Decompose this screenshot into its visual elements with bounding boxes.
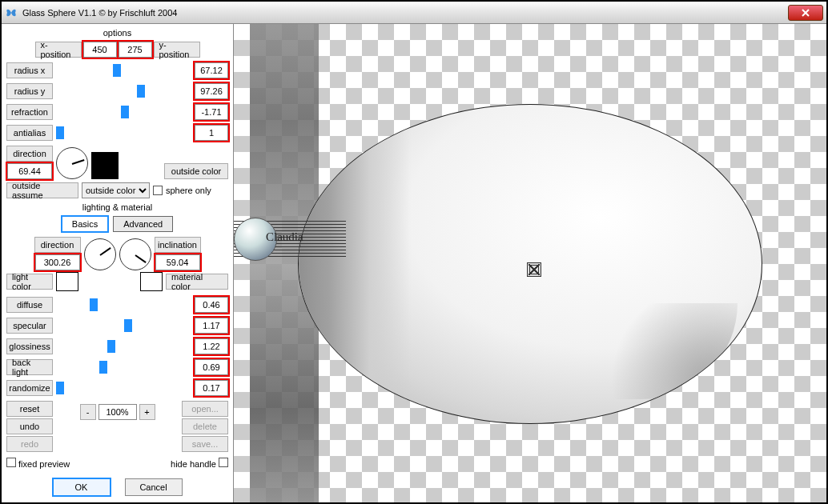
ok-button[interactable]: OK	[53, 478, 111, 496]
refraction-value[interactable]: -1.71	[195, 104, 228, 120]
outside-assume-select[interactable]: outside color	[82, 182, 150, 198]
direction-dial[interactable]	[56, 147, 88, 179]
x-position-button[interactable]: x-position	[35, 42, 82, 58]
delete-button[interactable]: delete	[182, 418, 228, 434]
sphere-only-label: sphere only	[166, 186, 211, 195]
radius-y-slider[interactable]	[56, 84, 191, 98]
radius-y-button[interactable]: radius y	[6, 83, 53, 99]
titlebar: Glass Sphere V1.1 © by Frischluft 2004	[2, 2, 826, 24]
watermark: Claudia	[234, 216, 346, 262]
specular-button[interactable]: specular	[6, 318, 53, 334]
back-light-button[interactable]: back light	[6, 359, 53, 375]
randomize-value[interactable]: 0.17	[195, 380, 228, 396]
open-button[interactable]: open...	[182, 401, 228, 417]
watermark-text: Claudia	[266, 230, 303, 244]
redo-button[interactable]: redo	[6, 436, 53, 452]
zoom-in-button[interactable]: +	[139, 404, 155, 420]
specular-slider[interactable]	[56, 318, 191, 333]
light-color-button[interactable]: light color	[6, 274, 53, 290]
radius-x-button[interactable]: radius x	[6, 62, 53, 78]
light-inclination-button[interactable]: inclination	[155, 237, 201, 253]
material-color-button[interactable]: material color	[166, 274, 228, 290]
randomize-button[interactable]: randomize	[6, 380, 53, 396]
back-light-value[interactable]: 0.69	[195, 359, 228, 375]
light-color-swatch[interactable]	[56, 272, 78, 291]
x-position-value[interactable]: 450	[83, 42, 117, 58]
close-button[interactable]	[788, 5, 823, 21]
tab-advanced[interactable]: Advanced	[113, 216, 173, 232]
antialias-slider[interactable]	[56, 126, 191, 140]
radius-x-value[interactable]: 67.12	[195, 62, 228, 78]
glossiness-button[interactable]: glossiness	[6, 338, 53, 354]
outside-assume-button[interactable]: outside assume	[6, 182, 78, 198]
light-direction-value[interactable]: 300.26	[35, 254, 80, 270]
light-direction-dial[interactable]	[84, 238, 116, 270]
direction-button[interactable]: direction	[6, 146, 53, 162]
glossiness-slider[interactable]	[56, 339, 191, 354]
fixed-preview-label: fixed preview	[18, 459, 70, 469]
window-title: Glass Sphere V1.1 © by Frischluft 2004	[22, 8, 788, 18]
center-handle-icon[interactable]	[527, 262, 541, 277]
tab-basics[interactable]: Basics	[62, 216, 108, 232]
direction-value[interactable]: 69.44	[7, 163, 52, 179]
preview-area[interactable]: Claudia	[234, 24, 826, 502]
light-inclination-dial[interactable]	[119, 238, 151, 270]
hide-handle-checkbox[interactable]	[219, 458, 228, 467]
outside-color-button[interactable]: outside color	[164, 163, 228, 179]
app-icon	[5, 6, 18, 19]
radius-y-value[interactable]: 97.26	[195, 83, 228, 99]
material-color-swatch[interactable]	[140, 272, 163, 291]
diffuse-slider[interactable]	[56, 298, 191, 312]
glossiness-value[interactable]: 1.22	[195, 338, 228, 354]
antialias-button[interactable]: antialias	[6, 125, 53, 141]
options-label: options	[6, 28, 228, 38]
reset-button[interactable]: reset	[6, 401, 53, 417]
diffuse-value[interactable]: 0.46	[195, 297, 228, 313]
controls-panel: options x-position 450 275 y-position ra…	[2, 24, 234, 502]
refraction-slider[interactable]	[56, 105, 191, 119]
undo-button[interactable]: undo	[6, 418, 53, 434]
light-direction-button[interactable]: direction	[34, 237, 81, 253]
back-light-slider[interactable]	[56, 360, 191, 374]
hide-handle-label: hide handle	[171, 459, 216, 469]
radius-x-slider[interactable]	[56, 63, 191, 78]
zoom-value[interactable]: 100%	[98, 404, 137, 420]
sphere-only-checkbox[interactable]	[153, 186, 163, 195]
outside-color-swatch[interactable]	[91, 152, 119, 179]
lighting-material-label: lighting & material	[6, 202, 228, 212]
cancel-button[interactable]: Cancel	[125, 478, 183, 496]
fixed-preview-checkbox[interactable]	[6, 458, 16, 467]
save-button[interactable]: save...	[182, 436, 228, 452]
y-position-button[interactable]: y-position	[154, 42, 200, 58]
antialias-value[interactable]: 1	[195, 125, 228, 141]
y-position-value[interactable]: 275	[119, 42, 152, 58]
zoom-out-button[interactable]: -	[80, 404, 96, 420]
diffuse-button[interactable]: diffuse	[6, 297, 53, 313]
light-inclination-value[interactable]: 59.04	[155, 254, 200, 270]
refraction-button[interactable]: refraction	[6, 104, 53, 120]
randomize-slider[interactable]	[56, 381, 191, 395]
specular-value[interactable]: 1.17	[195, 318, 228, 334]
